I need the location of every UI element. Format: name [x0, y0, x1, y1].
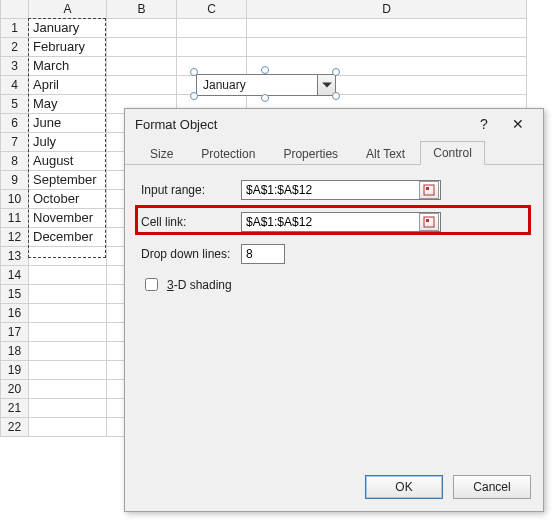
- row-header[interactable]: 15: [1, 284, 29, 303]
- dropdown-arrow-icon[interactable]: [317, 75, 335, 95]
- cell[interactable]: [29, 246, 107, 265]
- col-header-d[interactable]: D: [247, 0, 527, 18]
- svg-rect-3: [426, 219, 429, 222]
- svg-rect-1: [426, 187, 429, 190]
- ok-button[interactable]: OK: [365, 475, 443, 499]
- dialog-tabs: Size Protection Properties Alt Text Cont…: [125, 139, 543, 165]
- row-header[interactable]: 4: [1, 75, 29, 94]
- cell[interactable]: [29, 341, 107, 360]
- range-picker-icon[interactable]: [419, 213, 439, 231]
- cell[interactable]: September: [29, 170, 107, 189]
- cell[interactable]: [29, 303, 107, 322]
- cell[interactable]: April: [29, 75, 107, 94]
- row-header[interactable]: 22: [1, 417, 29, 436]
- cell[interactable]: [177, 37, 247, 56]
- control-pane: Input range: Cell link: Drop down lines:: [125, 165, 543, 308]
- cell-link-field[interactable]: [241, 212, 441, 232]
- row-header[interactable]: 16: [1, 303, 29, 322]
- row-header[interactable]: 21: [1, 398, 29, 417]
- cell[interactable]: [177, 56, 247, 75]
- row-header[interactable]: 9: [1, 170, 29, 189]
- cell[interactable]: November: [29, 208, 107, 227]
- cell[interactable]: [29, 379, 107, 398]
- cell[interactable]: [177, 18, 247, 37]
- dropdown-lines-row: Drop down lines:: [141, 243, 527, 265]
- col-header-b[interactable]: B: [107, 0, 177, 18]
- row-header[interactable]: 12: [1, 227, 29, 246]
- cell[interactable]: August: [29, 151, 107, 170]
- row-header[interactable]: 1: [1, 18, 29, 37]
- tab-properties[interactable]: Properties: [270, 142, 351, 165]
- cell[interactable]: October: [29, 189, 107, 208]
- row-header[interactable]: 3: [1, 56, 29, 75]
- cell[interactable]: [29, 398, 107, 417]
- col-header-a[interactable]: A: [29, 0, 107, 18]
- row-header[interactable]: 17: [1, 322, 29, 341]
- cell[interactable]: [107, 56, 177, 75]
- cell[interactable]: [29, 417, 107, 436]
- row-header[interactable]: 14: [1, 265, 29, 284]
- resize-handle[interactable]: [190, 68, 198, 76]
- tab-protection[interactable]: Protection: [188, 142, 268, 165]
- input-range-input[interactable]: [242, 183, 419, 197]
- cell[interactable]: [29, 360, 107, 379]
- input-range-label: Input range:: [141, 183, 241, 197]
- row-header[interactable]: 2: [1, 37, 29, 56]
- resize-handle[interactable]: [332, 92, 340, 100]
- cell[interactable]: [29, 284, 107, 303]
- row-header[interactable]: 19: [1, 360, 29, 379]
- row-header[interactable]: 6: [1, 113, 29, 132]
- col-header-c[interactable]: C: [177, 0, 247, 18]
- shading-checkbox[interactable]: [145, 278, 158, 291]
- tab-size[interactable]: Size: [137, 142, 186, 165]
- cancel-button[interactable]: Cancel: [453, 475, 531, 499]
- format-object-dialog: Format Object ? ✕ Size Protection Proper…: [124, 108, 544, 512]
- cell[interactable]: February: [29, 37, 107, 56]
- dialog-title: Format Object: [135, 117, 467, 132]
- dialog-titlebar[interactable]: Format Object ? ✕: [125, 109, 543, 139]
- cell[interactable]: January: [29, 18, 107, 37]
- dialog-buttons: OK Cancel: [365, 475, 531, 499]
- cell[interactable]: [29, 265, 107, 284]
- cell-link-label: Cell link:: [141, 215, 241, 229]
- tab-control[interactable]: Control: [420, 141, 485, 165]
- resize-handle[interactable]: [332, 68, 340, 76]
- dropdown-lines-input[interactable]: [242, 247, 400, 261]
- close-button[interactable]: ✕: [501, 112, 535, 136]
- cell[interactable]: July: [29, 132, 107, 151]
- dropdown-lines-field[interactable]: [241, 244, 285, 264]
- cell[interactable]: [247, 56, 527, 75]
- resize-handle[interactable]: [261, 94, 269, 102]
- cell[interactable]: May: [29, 94, 107, 113]
- cell-link-input[interactable]: [242, 215, 419, 229]
- corner-cell[interactable]: [1, 0, 29, 18]
- row-header[interactable]: 20: [1, 379, 29, 398]
- help-button[interactable]: ?: [467, 112, 501, 136]
- cell[interactable]: [247, 18, 527, 37]
- cell[interactable]: [107, 75, 177, 94]
- dropdown-lines-label: Drop down lines:: [141, 247, 241, 261]
- row-header[interactable]: 13: [1, 246, 29, 265]
- cell[interactable]: June: [29, 113, 107, 132]
- cell[interactable]: [29, 322, 107, 341]
- cell[interactable]: March: [29, 56, 107, 75]
- row-header[interactable]: 11: [1, 208, 29, 227]
- cell[interactable]: December: [29, 227, 107, 246]
- shading-row: 3-D shading: [141, 275, 527, 294]
- cell[interactable]: [107, 18, 177, 37]
- resize-handle[interactable]: [261, 66, 269, 74]
- row-header[interactable]: 5: [1, 94, 29, 113]
- row-header[interactable]: 10: [1, 189, 29, 208]
- tab-alt-text[interactable]: Alt Text: [353, 142, 418, 165]
- range-picker-icon[interactable]: [419, 181, 439, 199]
- cell[interactable]: [107, 37, 177, 56]
- dropdown-control[interactable]: January: [196, 74, 336, 96]
- row-header[interactable]: 7: [1, 132, 29, 151]
- cell[interactable]: [247, 37, 527, 56]
- input-range-field[interactable]: [241, 180, 441, 200]
- input-range-row: Input range:: [141, 179, 527, 201]
- row-header[interactable]: 8: [1, 151, 29, 170]
- cell-link-row: Cell link:: [141, 211, 527, 233]
- resize-handle[interactable]: [190, 92, 198, 100]
- row-header[interactable]: 18: [1, 341, 29, 360]
